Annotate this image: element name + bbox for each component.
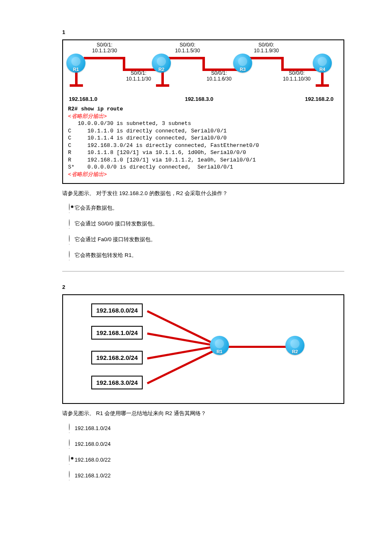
cli-line: C 10.1.1.4 is directly connected, Serial… — [68, 135, 226, 141]
if-label: S0/0/0:10.1.1.9/30 — [254, 42, 279, 54]
q1-option-2[interactable]: 它会通过 S0/0/0 接口转发数据包。 — [62, 219, 344, 229]
radio-icon — [69, 455, 70, 462]
q2-option-2[interactable]: 192.168.0.0/24 — [62, 439, 344, 449]
router-r2: R2 — [285, 336, 304, 355]
q1-network-diagram: R1 R2 R3 R4 S0/0/1:10.1.1.2/30 S0/0/0:10… — [68, 44, 334, 94]
option-label: 它会丢弃数据包。 — [75, 204, 118, 212]
if-label: S0/0/0:10.1.1.5/30 — [175, 42, 200, 54]
question-number-1: 1 — [62, 29, 344, 35]
router-r3: R3 — [233, 54, 252, 73]
router-r2: R2 — [152, 54, 171, 73]
q1-cli-output: R2# show ip route <省略部分输出> 10.0.0.0/30 i… — [68, 105, 338, 178]
q2-exhibit: 192.168.0.0/24 192.168.1.0/24 192.168.2.… — [62, 294, 344, 404]
subnet-box: 192.168.0.0/24 — [91, 303, 143, 317]
option-label: 192.168.1.0/24 — [75, 425, 111, 431]
if-label: S0/0/1:10.1.1.2/30 — [92, 42, 117, 54]
q2-option-4[interactable]: 192.168.1.0/22 — [62, 470, 344, 480]
option-label: 它会通过 S0/0/0 接口转发数据包。 — [75, 220, 158, 227]
if-label: S0/0/1:10.1.1.6/30 — [207, 70, 231, 82]
cli-line: C 10.1.1.0 is directly connected, Serial… — [68, 128, 226, 134]
router-label-r2: R2 — [158, 67, 164, 72]
subnet-box: 192.168.2.0/24 — [91, 351, 143, 364]
router-label-r3: R3 — [240, 67, 246, 72]
cli-line: R 10.1.1.8 [120/1] via 10.1.1.6, 1d00h, … — [68, 149, 246, 156]
q1-question-text: 请参见图示。 对于发往 192.168.2.0 的数据包，R2 会采取什么操作？ — [62, 190, 344, 197]
subnet-box: 192.168.1.0/24 — [91, 326, 143, 340]
net-label: 192.168.3.0 — [185, 96, 214, 102]
router-label-r4: R4 — [319, 67, 325, 72]
cli-line: 10.0.0.0/30 is subnetted, 3 subnets — [68, 120, 191, 127]
q2-option-1[interactable]: 192.168.1.0/24 — [62, 423, 344, 433]
radio-icon — [69, 251, 70, 258]
option-label: 192.168.1.0/22 — [75, 472, 111, 479]
option-label: 192.168.0.0/22 — [75, 457, 111, 463]
cli-prompt: R2# show ip route — [68, 106, 123, 112]
net-label: 192.168.2.0 — [305, 96, 334, 102]
radio-icon — [69, 203, 70, 210]
question-number-2: 2 — [62, 284, 344, 290]
if-label: S0/0/0:10.1.1.10/30 — [283, 70, 311, 82]
if-label: S0/0/1:10.1.1.1/30 — [126, 70, 151, 82]
router-r1: R1 — [66, 54, 85, 73]
q1-option-3[interactable]: 它会通过 Fa0/0 接口转发数据包。 — [62, 235, 344, 244]
radio-icon — [69, 471, 70, 478]
option-label: 192.168.0.0/24 — [75, 441, 111, 447]
q2-question-text: 请参见图示。 R1 会使用哪一总结地址来向 R2 通告其网络？ — [62, 410, 344, 417]
q1-lan-labels: 192.168.1.0 192.168.3.0 192.168.2.0 — [68, 96, 338, 102]
cli-omitted: <省略部分输出> — [68, 171, 107, 178]
radio-icon — [69, 439, 70, 446]
router-r1: R1 — [210, 336, 229, 355]
q1-option-1[interactable]: 它会丢弃数据包。 — [62, 203, 344, 213]
router-label-r1: R1 — [73, 67, 79, 72]
router-label-r2: R2 — [292, 349, 298, 354]
q1-options: 它会丢弃数据包。 它会通过 S0/0/0 接口转发数据包。 它会通过 Fa0/0… — [62, 203, 344, 271]
radio-icon — [69, 219, 70, 226]
cli-omitted: <省略部分输出> — [68, 113, 107, 120]
subnet-box: 192.168.3.0/24 — [91, 376, 143, 389]
router-label-r1: R1 — [217, 349, 222, 354]
q2-network-diagram: 192.168.0.0/24 192.168.1.0/24 192.168.2.… — [87, 301, 319, 396]
radio-icon — [69, 235, 70, 242]
q2-options: 192.168.1.0/24 192.168.0.0/24 192.168.0.… — [62, 423, 344, 480]
q2-option-3[interactable]: 192.168.0.0/22 — [62, 455, 344, 465]
net-label: 192.168.1.0 — [69, 96, 97, 102]
radio-icon — [69, 423, 70, 430]
router-r4: R4 — [313, 54, 332, 73]
option-label: 它会通过 Fa0/0 接口转发数据包。 — [75, 236, 156, 243]
option-label: 它会将数据包转发给 R1。 — [75, 252, 137, 259]
q1-exhibit: R1 R2 R3 R4 S0/0/1:10.1.1.2/30 S0/0/0:10… — [62, 39, 344, 184]
q1-option-4[interactable]: 它会将数据包转发给 R1。 — [62, 250, 344, 260]
cli-line: R 192.168.1.0 [120/1] via 10.1.1.2, 1ea0… — [68, 157, 256, 163]
cli-line: C 192.168.3.0/24 is directly connected, … — [68, 142, 259, 149]
cli-line: S* 0.0.0.0/0 is directly connected, Seri… — [68, 164, 233, 170]
